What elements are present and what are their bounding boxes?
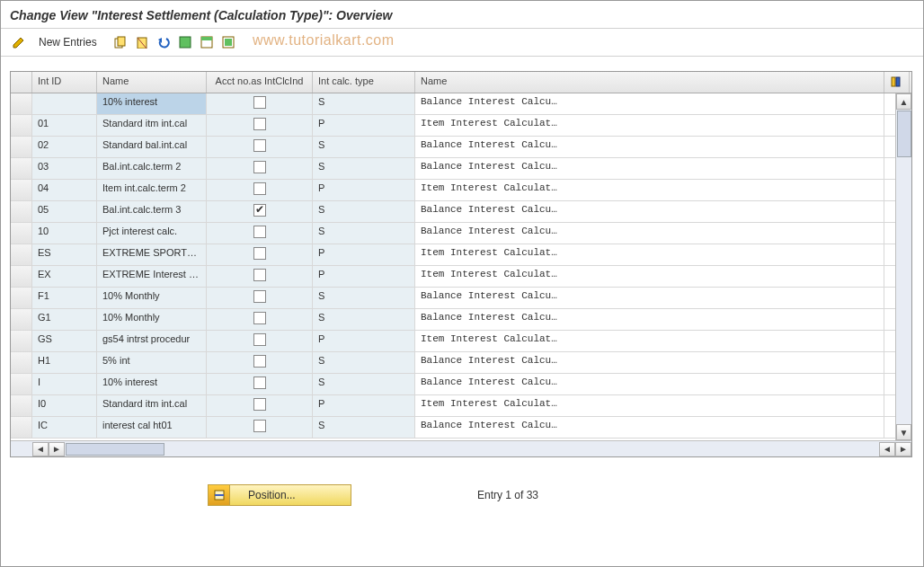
cell-calc-type[interactable]: P <box>313 331 415 351</box>
cell-name[interactable]: interest cal ht01 <box>97 417 207 438</box>
cell-int-id[interactable]: 01 <box>32 115 97 136</box>
cell-name[interactable]: 10% interest <box>97 93 207 114</box>
cell-name[interactable]: Bal.int.calc.term 3 <box>97 201 207 222</box>
row-selector[interactable] <box>11 288 32 308</box>
cell-acct-checkbox[interactable] <box>207 417 313 438</box>
cell-int-id[interactable]: IC <box>32 417 97 438</box>
cell-int-id[interactable]: H1 <box>32 352 97 373</box>
cell-calc-type[interactable]: S <box>313 417 415 438</box>
scroll-left-icon[interactable]: ◄ <box>32 442 49 456</box>
toggle-display-icon[interactable] <box>10 34 28 50</box>
header-int-id[interactable]: Int ID <box>32 72 97 93</box>
cell-name[interactable]: Pjct interest calc. <box>97 223 207 244</box>
row-selector[interactable] <box>11 201 32 222</box>
table-row[interactable]: I10% interestSBalance Interest Calcu… <box>11 374 911 395</box>
row-selector[interactable] <box>11 137 32 157</box>
cell-int-id[interactable]: 04 <box>32 180 97 200</box>
cell-int-id[interactable]: G1 <box>32 309 97 330</box>
table-row[interactable]: GSgs54 intrst procedurPItem Interest Cal… <box>11 331 911 352</box>
cell-calc-type[interactable]: S <box>313 223 415 244</box>
table-row[interactable]: 03Bal.int.calc.term 2SBalance Interest C… <box>11 158 911 180</box>
header-calc-type[interactable]: Int calc. type <box>313 72 415 93</box>
table-row[interactable]: 02Standard bal.int.calSBalance Interest … <box>11 137 911 158</box>
hscroll-thumb[interactable] <box>66 443 164 456</box>
cell-name[interactable]: Bal.int.calc.term 2 <box>97 158 207 179</box>
scroll-right-icon[interactable]: ► <box>49 442 65 456</box>
cell-int-id[interactable] <box>32 93 97 114</box>
configure-columns-icon[interactable] <box>884 72 910 93</box>
cell-int-id[interactable]: I0 <box>32 395 97 416</box>
row-selector[interactable] <box>11 331 32 351</box>
cell-int-id[interactable]: GS <box>32 331 97 351</box>
cell-int-id[interactable]: I <box>32 374 97 394</box>
cell-name[interactable]: 5% int <box>97 352 207 373</box>
cell-acct-checkbox[interactable] <box>207 115 313 136</box>
table-row[interactable]: ICinterest cal ht01SBalance Interest Cal… <box>11 417 911 439</box>
cell-acct-checkbox[interactable] <box>207 266 313 287</box>
cell-name[interactable]: EXTREME SPORTS INC <box>97 244 207 265</box>
new-entries-button[interactable]: New Entries <box>31 34 104 50</box>
cell-acct-checkbox[interactable] <box>207 309 313 330</box>
row-selector[interactable] <box>11 223 32 244</box>
row-selector[interactable] <box>11 417 32 438</box>
cell-name[interactable]: Standard bal.int.cal <box>97 137 207 157</box>
cell-int-id[interactable]: 10 <box>32 223 97 244</box>
cell-acct-checkbox[interactable] <box>207 374 313 394</box>
cell-calc-type[interactable]: S <box>313 374 415 394</box>
row-selector[interactable] <box>11 395 32 416</box>
cell-int-id[interactable]: 05 <box>32 201 97 222</box>
header-selector[interactable] <box>11 72 32 93</box>
cell-name[interactable]: 10% Monthly <box>97 288 207 308</box>
table-row[interactable]: F110% MonthlySBalance Interest Calcu… <box>11 288 911 309</box>
row-selector[interactable] <box>11 115 32 136</box>
cell-calc-type[interactable]: P <box>313 115 415 136</box>
row-selector[interactable] <box>11 158 32 179</box>
cell-acct-checkbox[interactable] <box>207 223 313 244</box>
cell-calc-type[interactable]: S <box>313 352 415 373</box>
header-name2[interactable]: Name <box>415 72 884 93</box>
header-name[interactable]: Name <box>97 72 207 93</box>
cell-name[interactable]: gs54 intrst procedur <box>97 331 207 351</box>
header-acct[interactable]: Acct no.as IntClcInd <box>207 72 313 93</box>
cell-calc-type[interactable]: S <box>313 158 415 179</box>
table-row[interactable]: 10Pjct interest calc.SBalance Interest C… <box>11 223 911 244</box>
vertical-scrollbar[interactable]: ▲ ▼ <box>895 93 911 440</box>
row-selector[interactable] <box>11 180 32 200</box>
cell-int-id[interactable]: EX <box>32 266 97 287</box>
cell-name[interactable]: 10% interest <box>97 374 207 394</box>
cell-int-id[interactable]: F1 <box>32 288 97 308</box>
table-row[interactable]: 04Item int.calc.term 2PItem Interest Cal… <box>11 180 911 201</box>
deselect-all-icon[interactable] <box>219 34 237 50</box>
position-button[interactable]: Position... <box>208 484 351 506</box>
cell-calc-type[interactable]: S <box>313 201 415 222</box>
cell-calc-type[interactable]: P <box>313 266 415 287</box>
row-selector[interactable] <box>11 93 32 114</box>
row-selector[interactable] <box>11 244 32 265</box>
table-row[interactable]: 01Standard itm int.calPItem Interest Cal… <box>11 115 911 137</box>
undo-icon[interactable] <box>155 34 173 50</box>
cell-acct-checkbox[interactable] <box>207 93 313 114</box>
cell-calc-type[interactable]: S <box>313 93 415 114</box>
copy-icon[interactable] <box>111 34 129 50</box>
cell-calc-type[interactable]: S <box>313 137 415 157</box>
scroll-left2-icon[interactable]: ◄ <box>879 442 895 456</box>
cell-name[interactable]: EXTREME Interest Std <box>97 266 207 287</box>
select-block-icon[interactable] <box>198 34 216 50</box>
cell-acct-checkbox[interactable] <box>207 244 313 265</box>
cell-int-id[interactable]: 02 <box>32 137 97 157</box>
cell-calc-type[interactable]: S <box>313 309 415 330</box>
row-selector[interactable] <box>11 374 32 394</box>
row-selector[interactable] <box>11 309 32 330</box>
cell-acct-checkbox[interactable] <box>207 395 313 416</box>
cell-name[interactable]: 10% Monthly <box>97 309 207 330</box>
cell-acct-checkbox[interactable] <box>207 180 313 200</box>
table-row[interactable]: 10% interestSBalance Interest Calcu… <box>11 93 911 115</box>
table-row[interactable]: EXEXTREME Interest StdPItem Interest Cal… <box>11 266 911 288</box>
select-all-icon[interactable] <box>176 34 194 50</box>
row-selector[interactable] <box>11 266 32 287</box>
cell-acct-checkbox[interactable] <box>207 137 313 157</box>
cell-calc-type[interactable]: P <box>313 180 415 200</box>
table-row[interactable]: 05Bal.int.calc.term 3SBalance Interest C… <box>11 201 911 223</box>
table-row[interactable]: I0Standard itm int.calPItem Interest Cal… <box>11 395 911 417</box>
cell-calc-type[interactable]: P <box>313 395 415 416</box>
